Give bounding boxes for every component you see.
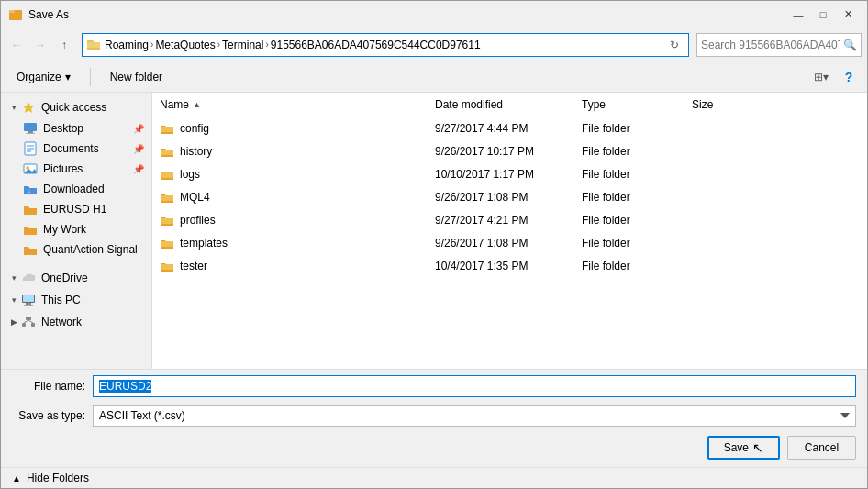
help-button[interactable]: ?	[838, 66, 860, 88]
col-header-size[interactable]: Size	[684, 94, 758, 115]
sidebar-thispc[interactable]: ▾ This PC	[1, 289, 151, 311]
up-button[interactable]: ↑	[54, 35, 74, 55]
sidebar-item-desktop[interactable]: Desktop 📌	[1, 118, 151, 139]
filename-input[interactable]	[93, 375, 856, 397]
network-icon	[21, 315, 36, 329]
crumb-roaming[interactable]: Roaming	[105, 39, 149, 51]
view-arrow: ▾	[823, 71, 829, 83]
folder-icon	[160, 145, 174, 158]
col-header-name[interactable]: Name ▲	[152, 94, 428, 115]
title-bar: Save As — □ ✕	[1, 1, 867, 28]
hide-folders-row[interactable]: ▲ Hide Folders	[1, 467, 867, 488]
col-header-date[interactable]: Date modified	[428, 94, 574, 115]
save-button[interactable]: Save ↖	[707, 436, 780, 460]
organize-button[interactable]: Organize ▾	[8, 66, 79, 88]
sidebar-item-documents[interactable]: Documents 📌	[1, 139, 151, 159]
sidebar-item-mywork[interactable]: My Work	[1, 219, 151, 239]
folder-icon	[160, 191, 174, 204]
sidebar-onedrive[interactable]: ▾ OneDrive	[1, 267, 151, 289]
documents-pin: 📌	[133, 144, 144, 154]
sidebar-item-eurusd[interactable]: EURUSD H1	[1, 199, 151, 219]
new-folder-button[interactable]: New folder	[102, 66, 171, 88]
quantaction-label: QuantAction Signal	[43, 243, 138, 256]
minimize-button[interactable]: —	[786, 5, 810, 25]
file-size-cell	[684, 126, 758, 131]
address-folder-icon	[86, 38, 101, 52]
mywork-label: My Work	[43, 223, 86, 236]
desktop-label: Desktop	[43, 122, 83, 135]
main-content: ▾ Quick access Desktop 📌	[1, 93, 867, 369]
cancel-button[interactable]: Cancel	[787, 436, 856, 460]
crumb-metaquotes[interactable]: MetaQuotes	[155, 39, 215, 51]
svg-rect-4	[28, 131, 33, 133]
new-folder-label: New folder	[110, 71, 162, 83]
file-type-cell: File folder	[574, 234, 684, 252]
view-button[interactable]: ⊞ ▾	[808, 66, 834, 88]
address-bar[interactable]: Roaming › MetaQuotes › Terminal › 915566…	[82, 33, 689, 57]
documents-label: Documents	[43, 142, 99, 155]
footer: File name: Save as type: ASCII Text (*.c…	[1, 369, 867, 488]
file-type-cell: File folder	[574, 211, 684, 229]
thispc-icon	[21, 293, 36, 307]
network-arrow: ▶	[8, 317, 19, 328]
cursor-icon: ↖	[752, 440, 763, 455]
table-row[interactable]: tester 10/4/2017 1:35 PM File folder	[152, 255, 867, 278]
quantaction-icon	[23, 242, 38, 257]
downloaded-icon: ↓	[23, 182, 38, 196]
svg-rect-20	[31, 323, 35, 327]
table-row[interactable]: logs 10/10/2017 1:17 PM File folder	[152, 163, 867, 186]
refresh-button[interactable]: ↻	[664, 35, 684, 55]
forward-button[interactable]: →	[30, 35, 50, 55]
file-size-cell	[684, 263, 758, 269]
quick-access-label: Quick access	[41, 101, 106, 114]
filename-row: File name:	[1, 370, 867, 403]
col-header-type[interactable]: Type	[574, 94, 684, 115]
window-icon	[8, 7, 23, 22]
svg-rect-18	[26, 317, 31, 320]
onedrive-label: OneDrive	[41, 272, 88, 284]
search-bar: 🔍	[696, 33, 862, 57]
close-button[interactable]: ✕	[836, 5, 860, 25]
table-row[interactable]: MQL4 9/26/2017 1:08 PM File folder	[152, 186, 867, 209]
onedrive-icon	[21, 271, 36, 285]
file-name-cell: config	[152, 119, 428, 138]
crumb-hash[interactable]: 915566BA06ADA407569C544CC0D97611	[271, 39, 481, 51]
svg-rect-19	[22, 323, 26, 327]
view-icon: ⊞	[814, 71, 823, 83]
file-date-cell: 9/27/2017 4:44 PM	[428, 119, 574, 138]
table-row[interactable]: history 9/26/2017 10:17 PM File folder	[152, 140, 867, 163]
file-size-cell	[684, 149, 758, 154]
table-row[interactable]: config 9/27/2017 4:44 PM File folder	[152, 117, 867, 140]
toolbar-right: ⊞ ▾ ?	[808, 66, 860, 88]
back-button[interactable]: ←	[6, 35, 27, 55]
downloaded-label: Downloaded	[43, 183, 105, 195]
filetype-select[interactable]: ASCII Text (*.csv)CSV (*.csv)All Files (…	[93, 405, 856, 427]
desktop-icon	[23, 121, 38, 136]
address-crumbs: Roaming › MetaQuotes › Terminal › 915566…	[105, 39, 661, 51]
quick-access-icon	[21, 100, 36, 115]
network-label: Network	[41, 316, 82, 328]
sidebar-item-quantaction[interactable]: QuantAction Signal	[1, 239, 151, 260]
sidebar-quick-access[interactable]: ▾ Quick access	[1, 96, 151, 118]
svg-line-22	[28, 320, 33, 323]
table-row[interactable]: profiles 9/27/2017 4:21 PM File folder	[152, 209, 867, 232]
file-date-cell: 9/26/2017 10:17 PM	[428, 142, 574, 161]
nav-bar: ← → ↑ Roaming › MetaQuotes › Terminal › …	[1, 28, 867, 61]
filetype-label: Save as type:	[12, 409, 85, 422]
desktop-pin: 📌	[133, 124, 144, 134]
file-size-cell	[684, 217, 758, 223]
organize-label: Organize	[17, 71, 61, 83]
maximize-button[interactable]: □	[811, 5, 835, 25]
search-icon: 🔍	[843, 39, 857, 51]
file-date-cell: 9/27/2017 4:21 PM	[428, 211, 574, 229]
crumb-terminal[interactable]: Terminal	[222, 39, 263, 51]
sidebar-item-downloaded[interactable]: ↓ Downloaded	[1, 179, 151, 199]
table-row[interactable]: templates 9/26/2017 1:08 PM File folder	[152, 232, 867, 255]
filename-label: File name:	[12, 380, 85, 393]
file-type-cell: File folder	[574, 165, 684, 183]
save-label: Save	[724, 441, 749, 454]
sidebar-network[interactable]: ▶ Network	[1, 311, 151, 333]
sidebar-item-pictures[interactable]: Pictures 📌	[1, 159, 151, 179]
search-input[interactable]	[701, 39, 840, 51]
filetype-row: Save as type: ASCII Text (*.csv)CSV (*.c…	[1, 403, 867, 432]
